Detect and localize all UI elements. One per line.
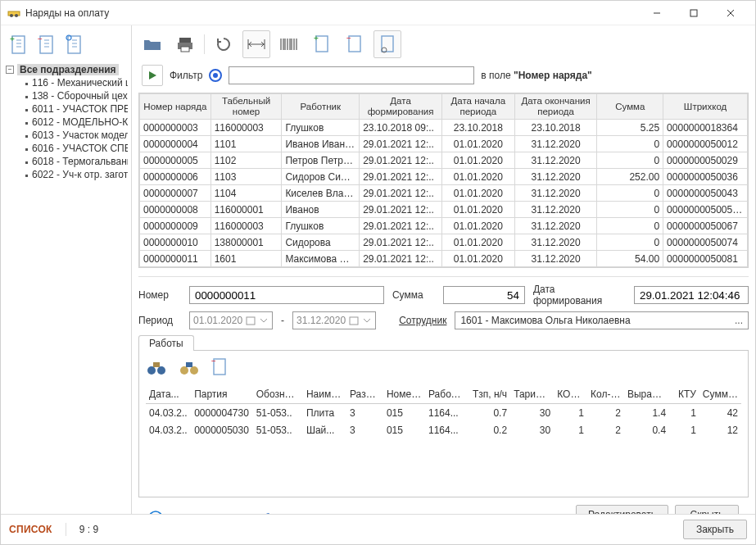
svg-rect-0 [8,11,20,16]
works-row[interactable]: 04.03.2..000000503051-053..Шай...3015116… [146,421,741,439]
org-tree[interactable]: − Все подразделения 116 - Механический ц… [1,63,131,509]
titlebar: Наряды на оплату [1,1,755,25]
field-employee[interactable]: 1601 - Максимова Ольга Николаевна ... [455,311,749,329]
label-sum: Сумма [392,289,435,301]
tree-item[interactable]: 6011 - УЧАСТОК ПРЕС [4,102,128,116]
works-col[interactable]: Обозначе.. [253,385,303,403]
svg-point-44 [147,366,156,375]
table-row[interactable]: 00000000041101Иванов Иван И..29.01.2021 … [140,136,748,152]
field-sum[interactable] [443,286,525,304]
works-col[interactable]: Партия [191,385,253,403]
col-emp: Работник [282,94,360,120]
field-formed[interactable] [634,286,749,304]
table-row[interactable]: 00000000051102Петров Петр П..29.01.2021 … [140,152,748,169]
field-period-from[interactable]: 01.01.2020 [189,311,273,329]
doc-remove-icon[interactable]: − [37,34,57,57]
svg-rect-43 [350,317,358,325]
main-toolbar: + − [132,25,755,63]
print-icon[interactable] [171,30,199,58]
svg-rect-40 [382,36,393,52]
doc-remove-small-icon[interactable]: − [211,357,233,380]
filter-mode-radio[interactable] [209,69,222,82]
binoculars-alt-icon[interactable] [179,357,200,380]
col-num: Номер наряда [140,94,211,120]
folder-icon[interactable] [138,30,166,58]
hide-button[interactable]: Скрыть [675,505,739,514]
app-icon [7,7,20,20]
col-tab: Табельныйномер [211,94,282,120]
tree-expander[interactable]: − [6,66,14,74]
svg-point-45 [157,366,165,375]
works-col[interactable]: Рабочи... [425,385,469,403]
table-row[interactable]: 0000000008116000001Иванов29.01.2021 12:.… [140,202,748,218]
label-formed: Дата формирования [533,284,626,307]
table-row[interactable]: 0000000010138000001Сидорова29.01.2021 12… [140,234,748,251]
employee-lookup-button[interactable]: ... [730,315,748,326]
svg-rect-17 [68,36,80,53]
svg-text:+: + [314,34,319,43]
doc-gear-icon[interactable] [373,30,401,58]
svg-text:−: − [38,34,43,43]
tree-item[interactable]: 138 - Сборочный цех [4,89,128,102]
label-period: Период [138,315,181,326]
table-row[interactable]: 0000000009116000003Глушков29.01.2021 12:… [140,218,748,234]
works-col[interactable]: Разряд [346,385,383,403]
svg-point-47 [180,366,188,375]
filter-input[interactable] [229,66,474,84]
doc-add-icon[interactable]: + [9,34,29,57]
table-row[interactable]: 00000000071104Киселев Влади..29.01.2021 … [140,185,748,202]
doc-refresh-icon[interactable] [65,34,84,57]
tree-item[interactable]: 6013 - Участок модел [4,129,128,142]
works-table[interactable]: Дата...ПартияОбозначе..Наимен..РазрядНом… [146,385,741,439]
tree-item[interactable]: 6018 - Термогальвани [4,155,128,168]
label-num: Номер [138,289,181,301]
works-col[interactable]: Вырабо.. [624,385,669,403]
svg-point-48 [190,366,198,375]
tree-item[interactable]: 6016 - УЧАСТОК СПЕЦ [4,142,128,155]
works-col[interactable]: Тзп, н/ч [469,385,510,403]
works-col[interactable]: Дата... [146,385,191,403]
svg-point-2 [15,14,18,17]
tree-item[interactable]: 6022 - Уч-к отр. загот [4,168,128,181]
svg-rect-46 [153,362,160,367]
minimize-button[interactable] [638,2,675,25]
svg-text:−: − [211,357,216,366]
binoculars-icon[interactable] [146,357,167,380]
table-row[interactable]: 00000000111601Максимова Оль..29.01.2021 … [140,251,748,267]
works-col[interactable]: Сумма,. [699,385,741,403]
works-col[interactable]: Наимен.. [303,385,346,403]
edit-button[interactable]: Редактировать [576,505,668,514]
filter-run-button[interactable] [142,65,163,86]
tree-root[interactable]: − Все подразделения [4,63,128,76]
fit-width-icon[interactable] [242,30,270,58]
works-col[interactable]: КОИД [554,385,587,403]
works-col[interactable]: КТУ [669,385,699,403]
close-window-button[interactable]: Закрыть [683,520,747,539]
works-col[interactable]: Кол-во [587,385,624,403]
field-num[interactable] [189,286,384,304]
doc-minus-icon[interactable]: − [341,30,369,58]
window-title: Наряды на оплату [25,7,633,19]
sidebar: + − − Все подразделения 116 - Механическ… [1,25,132,514]
label-employee: Сотрудник [399,315,446,326]
field-period-to[interactable]: 31.12.2020 [292,311,376,329]
orders-grid[interactable]: Номер наряда Табельныйномер Работник Дат… [138,93,749,268]
svg-rect-24 [181,47,189,52]
works-row[interactable]: 04.03.2..000000473051-053..Плита30151164… [146,403,741,421]
table-row[interactable]: 00000000061103Сидоров Сидор..29.01.2021 … [140,169,748,185]
tab-works[interactable]: Работы [138,335,194,351]
tree-item[interactable]: 6012 - МОДЕЛЬНО-КС [4,116,128,129]
works-col[interactable]: Номер... [383,385,425,403]
maximize-button[interactable] [675,2,712,25]
filter-label: Фильтр [170,70,202,81]
tree-item[interactable]: 116 - Механический ц [4,76,128,89]
svg-text:−: − [346,34,351,43]
refresh-icon[interactable] [210,30,238,58]
doc-plus-icon[interactable]: + [308,30,336,58]
works-col[interactable]: Тарифн.. [510,385,554,403]
col-formed: Датаформирования [360,94,442,120]
close-button[interactable] [712,2,749,25]
barcode-icon[interactable] [275,30,303,58]
table-row[interactable]: 0000000003116000003Глушков23.10.2018 09:… [140,120,748,136]
svg-rect-22 [179,38,191,43]
